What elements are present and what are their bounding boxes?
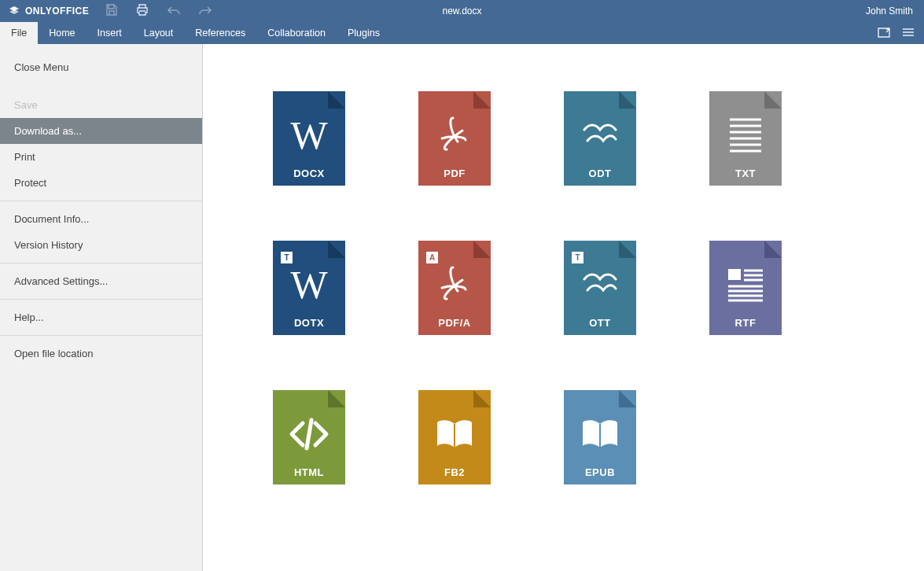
separator	[0, 263, 202, 263]
menu-item-document-info[interactable]: Document Info...	[0, 206, 202, 232]
format-grid: WDOCXPDFODTTXTWTDOTXAPDF/ATOTTRTFHTMLFB2…	[203, 44, 797, 484]
format-label: HTML	[273, 466, 345, 478]
brand: ONLYOFFICE	[0, 5, 89, 17]
menu-item-version-history[interactable]: Version History	[0, 232, 202, 258]
tab-plugins[interactable]: Plugins	[337, 22, 391, 44]
file-menu-sidebar: Close Menu Save Download as... Print Pro…	[0, 44, 203, 571]
file-glyph-icon	[564, 407, 636, 461]
menu-item-close[interactable]: Close Menu	[0, 44, 202, 81]
menu-item-save: Save	[0, 92, 202, 118]
format-label: DOCX	[273, 168, 345, 179]
menu-item-advanced-settings[interactable]: Advanced Settings...	[0, 268, 202, 294]
redo-icon[interactable]	[198, 5, 212, 18]
separator	[0, 335, 202, 336]
format-tile-ott[interactable]: TOTT	[564, 241, 636, 335]
format-label: DOTX	[273, 317, 345, 329]
format-tile-odt[interactable]: ODT	[564, 91, 636, 186]
format-label: FB2	[418, 466, 491, 478]
format-label: PDF/A	[418, 317, 491, 329]
menu-item-protect[interactable]: Protect	[0, 170, 202, 196]
file-glyph-icon	[273, 407, 345, 461]
template-badge: T	[572, 252, 583, 263]
format-tile-fb2[interactable]: FB2	[418, 390, 491, 484]
separator	[0, 201, 202, 201]
brand-label: ONLYOFFICE	[25, 6, 89, 17]
print-icon[interactable]	[135, 3, 149, 19]
format-label: RTF	[709, 317, 782, 329]
format-label: EPUB	[564, 466, 636, 478]
file-glyph-icon	[564, 258, 636, 311]
tab-home[interactable]: Home	[38, 22, 86, 44]
format-tile-rtf[interactable]: RTF	[709, 241, 782, 335]
format-tile-html[interactable]: HTML	[273, 390, 345, 484]
menu-item-download-as[interactable]: Download as...	[0, 118, 202, 144]
format-tile-dotx[interactable]: WTDOTX	[273, 241, 345, 335]
tab-file[interactable]: File	[0, 22, 38, 44]
app-logo-icon	[8, 5, 20, 17]
menu-bar: File Home Insert Layout References Colla…	[0, 22, 924, 44]
template-badge: T	[281, 252, 293, 263]
format-tile-txt[interactable]: TXT	[709, 91, 782, 186]
file-glyph-icon	[418, 258, 491, 311]
download-as-panel: WDOCXPDFODTTXTWTDOTXAPDF/ATOTTRTFHTMLFB2…	[203, 44, 924, 571]
file-glyph-icon	[418, 109, 491, 162]
file-glyph-icon: W	[273, 258, 345, 311]
tab-collaboration[interactable]: Collaboration	[256, 22, 337, 44]
format-label: ODT	[564, 168, 636, 179]
document-title: new.docx	[442, 6, 481, 17]
file-glyph-icon: W	[273, 109, 345, 162]
format-tile-pdfa[interactable]: APDF/A	[418, 241, 491, 335]
menu-item-help[interactable]: Help...	[0, 304, 202, 330]
open-location-icon[interactable]	[877, 26, 891, 41]
undo-icon[interactable]	[167, 5, 181, 18]
title-bar: ONLYOFFICE new.docx John Smith	[0, 0, 924, 22]
file-glyph-icon	[564, 109, 636, 162]
svg-marker-1	[9, 9, 19, 14]
quick-access-toolbar	[105, 3, 212, 19]
tab-references[interactable]: References	[184, 22, 256, 44]
format-tile-epub[interactable]: EPUB	[564, 390, 636, 484]
template-badge: A	[426, 252, 438, 263]
tab-insert[interactable]: Insert	[87, 22, 133, 44]
tab-layout[interactable]: Layout	[133, 22, 185, 44]
save-icon[interactable]	[105, 3, 118, 19]
format-label: OTT	[564, 317, 636, 329]
format-label: PDF	[418, 168, 491, 179]
format-tile-docx[interactable]: WDOCX	[273, 91, 345, 186]
file-glyph-icon	[709, 109, 782, 162]
file-glyph-icon	[709, 258, 782, 311]
user-name[interactable]: John Smith	[866, 6, 924, 17]
view-settings-icon[interactable]	[902, 28, 915, 39]
menu-item-print[interactable]: Print	[0, 144, 202, 170]
format-label: TXT	[709, 168, 782, 179]
file-glyph-icon	[418, 407, 491, 461]
workspace: Close Menu Save Download as... Print Pro…	[0, 44, 924, 571]
menu-item-open-file-location[interactable]: Open file location	[0, 341, 202, 367]
format-tile-pdf[interactable]: PDF	[418, 91, 491, 186]
separator	[0, 299, 202, 300]
